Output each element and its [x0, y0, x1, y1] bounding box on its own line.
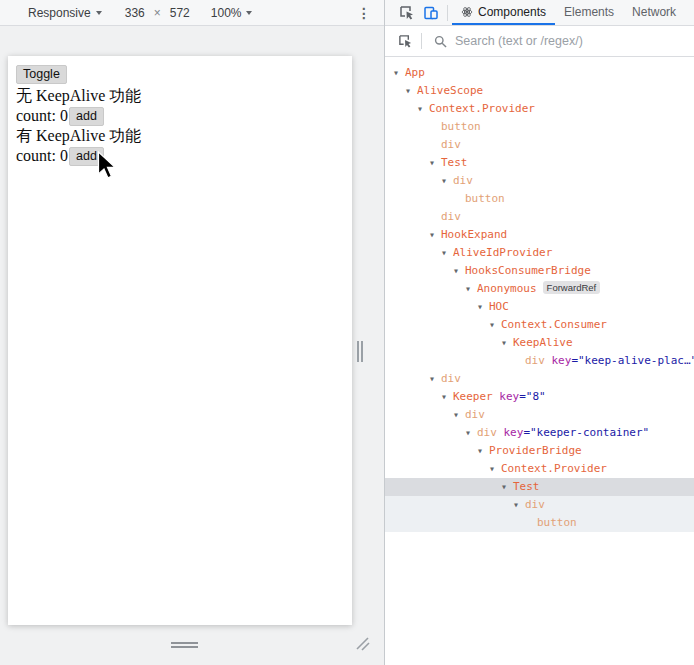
- inspect-component-button[interactable]: [393, 34, 417, 49]
- tree-row-Context.Provider[interactable]: ▾Context.Provider: [385, 460, 694, 478]
- viewport-width-input[interactable]: 336: [122, 5, 148, 21]
- react-logo-icon: [461, 6, 473, 18]
- expand-arrow-icon[interactable]: ▾: [453, 406, 465, 424]
- tree-row-HookExpand[interactable]: ▾HookExpand: [385, 226, 694, 244]
- component-name: Context.Consumer: [501, 318, 607, 331]
- expand-arrow-icon[interactable]: ▾: [477, 298, 489, 316]
- viewport-height-input[interactable]: 572: [167, 5, 193, 21]
- tree-row-AliveScope[interactable]: ▾AliveScope: [385, 82, 694, 100]
- viewport-resize-handle-corner[interactable]: [354, 635, 371, 652]
- tree-row-Keeper[interactable]: ▾Keeper key="8": [385, 388, 694, 406]
- tree-row-div[interactable]: ▾div: [385, 370, 694, 388]
- devtools-window: Responsive 336 × 572 100% ⋮ Toggle 无 Kee…: [0, 0, 694, 665]
- separator: [447, 5, 448, 21]
- expand-arrow-icon[interactable]: ▾: [489, 316, 501, 334]
- expand-arrow-icon[interactable]: ▾: [477, 442, 489, 460]
- chevron-down-icon: [246, 11, 252, 15]
- device-type-label: Responsive: [28, 6, 91, 20]
- key-attribute-value: ="keeper-container": [523, 426, 649, 439]
- inspect-cursor-icon: [399, 5, 415, 21]
- expand-arrow-icon[interactable]: ▾: [513, 496, 525, 514]
- separator: [421, 33, 422, 49]
- tab-components[interactable]: Components: [452, 0, 555, 25]
- zoom-dropdown[interactable]: 100%: [211, 6, 253, 20]
- tree-row-Test[interactable]: ▾Test: [385, 478, 694, 496]
- expand-arrow-icon[interactable]: ▾: [441, 244, 453, 262]
- expand-arrow-icon[interactable]: ▾: [501, 334, 513, 352]
- device-type-dropdown[interactable]: Responsive: [28, 6, 102, 20]
- tree-row-div[interactable]: ▾div: [385, 406, 694, 424]
- devtools-panel: Components Elements Network: [385, 0, 694, 665]
- toggle-button[interactable]: Toggle: [16, 65, 67, 84]
- key-attribute-name: key: [545, 354, 572, 367]
- expand-arrow-icon[interactable]: ▾: [489, 460, 501, 478]
- component-name: Anonymous: [477, 282, 537, 295]
- tree-row-div[interactable]: ▾div key="keeper-container": [385, 424, 694, 442]
- component-name: AliveScope: [417, 84, 483, 97]
- expand-arrow-icon[interactable]: ▾: [465, 280, 477, 298]
- tree-row-div[interactable]: div key="keep-alive-plac…": [385, 352, 694, 370]
- device-toolbar-toggle-button[interactable]: [419, 0, 443, 25]
- inspect-element-button[interactable]: [395, 0, 419, 25]
- tree-row-Test[interactable]: ▾Test: [385, 154, 694, 172]
- tree-row-div[interactable]: div: [385, 208, 694, 226]
- tree-row-button[interactable]: button: [385, 514, 694, 532]
- host-element-name: div: [453, 174, 473, 187]
- component-name: Context.Provider: [429, 102, 535, 115]
- more-options-icon[interactable]: ⋮: [357, 5, 371, 21]
- expand-arrow-icon[interactable]: ▾: [429, 226, 441, 244]
- host-element-name: div: [441, 138, 461, 151]
- component-name: AliveIdProvider: [453, 246, 552, 259]
- tree-row-Context.Provider[interactable]: ▾Context.Provider: [385, 100, 694, 118]
- tree-row-button[interactable]: button: [385, 190, 694, 208]
- expand-arrow-icon[interactable]: ▾: [429, 370, 441, 388]
- devtools-tab-bar: Components Elements Network: [385, 0, 694, 26]
- component-name: App: [405, 66, 425, 79]
- tree-row-Anonymous[interactable]: ▾AnonymousForwardRef: [385, 280, 694, 298]
- expand-arrow-icon[interactable]: ▾: [405, 82, 417, 100]
- tree-row-Context.Consumer[interactable]: ▾Context.Consumer: [385, 316, 694, 334]
- expand-arrow-icon[interactable]: ▾: [393, 64, 405, 82]
- tab-elements[interactable]: Elements: [555, 0, 623, 25]
- tree-row-AliveIdProvider[interactable]: ▾AliveIdProvider: [385, 244, 694, 262]
- viewport-resize-handle-right[interactable]: [357, 341, 363, 362]
- count-text-keepalive: count: 0: [16, 147, 68, 164]
- host-element-name: button: [441, 120, 481, 133]
- component-tree: ▾App▾AliveScope▾Context.Providerbuttondi…: [385, 58, 694, 665]
- expand-arrow-icon[interactable]: ▾: [501, 478, 513, 496]
- component-name: HOC: [489, 300, 509, 313]
- mouse-cursor-icon: [97, 151, 118, 182]
- count-text-no-keepalive: count: 0: [16, 107, 68, 124]
- no-keepalive-title: 无 KeepAlive 功能: [16, 86, 344, 106]
- add-button-no-keepalive[interactable]: add: [69, 107, 104, 126]
- expand-arrow-icon[interactable]: ▾: [429, 154, 441, 172]
- expand-arrow-icon[interactable]: ▾: [441, 388, 453, 406]
- component-name: Test: [441, 156, 468, 169]
- search-input[interactable]: [453, 33, 694, 49]
- inspect-cursor-icon: [398, 34, 413, 49]
- tree-row-App[interactable]: ▾App: [385, 64, 694, 82]
- tree-row-HOC[interactable]: ▾HOC: [385, 298, 694, 316]
- expand-arrow-icon[interactable]: ▾: [441, 172, 453, 190]
- component-name: Keeper: [453, 390, 493, 403]
- tree-row-KeepAlive[interactable]: ▾KeepAlive: [385, 334, 694, 352]
- tab-label: Network: [632, 5, 676, 19]
- key-attribute-name: key: [497, 426, 524, 439]
- component-name: HooksConsumerBridge: [465, 264, 591, 277]
- tab-label: Elements: [564, 5, 614, 19]
- tree-row-div[interactable]: ▾div: [385, 496, 694, 514]
- tab-network[interactable]: Network: [623, 0, 685, 25]
- component-name: ProviderBridge: [489, 444, 582, 457]
- host-element-name: div: [477, 426, 497, 439]
- viewport-resize-handle-bottom[interactable]: [171, 642, 198, 648]
- expand-arrow-icon[interactable]: ▾: [453, 262, 465, 280]
- expand-arrow-icon[interactable]: ▾: [417, 100, 429, 118]
- tree-row-div[interactable]: div: [385, 136, 694, 154]
- tree-row-HooksConsumerBridge[interactable]: ▾HooksConsumerBridge: [385, 262, 694, 280]
- tree-row-div[interactable]: ▾div: [385, 172, 694, 190]
- tree-row-ProviderBridge[interactable]: ▾ProviderBridge: [385, 442, 694, 460]
- expand-arrow-icon[interactable]: ▾: [465, 424, 477, 442]
- forwardref-badge: ForwardRef: [543, 281, 601, 294]
- tree-row-button[interactable]: button: [385, 118, 694, 136]
- device-toolbar: Responsive 336 × 572 100% ⋮: [0, 0, 384, 26]
